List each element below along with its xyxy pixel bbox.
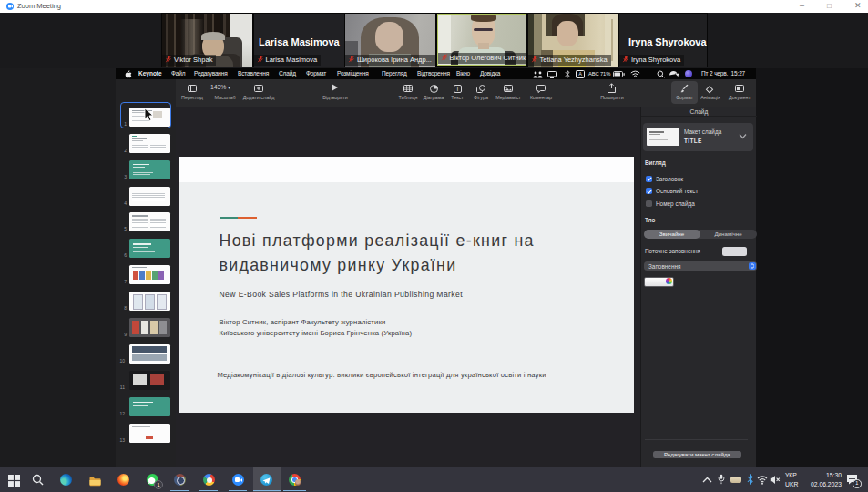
svg-text:T: T <box>455 86 460 92</box>
